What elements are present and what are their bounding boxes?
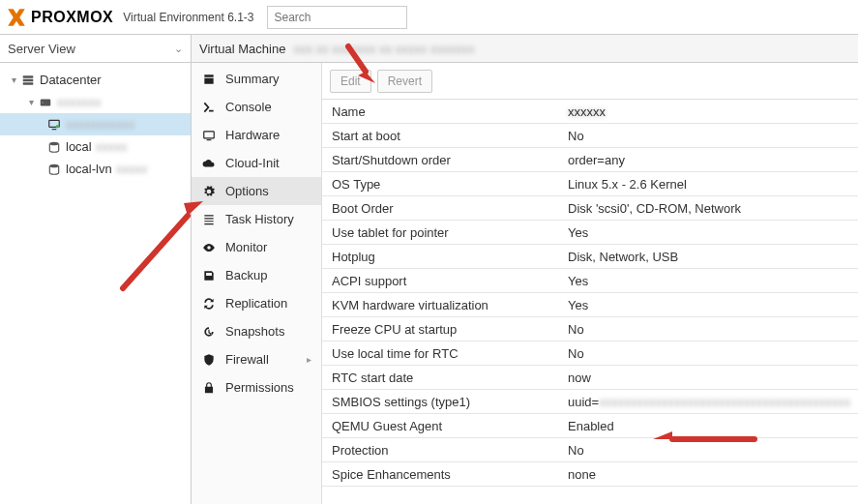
option-key: Hotplug — [322, 250, 562, 264]
tree-label: local-lvn — [66, 162, 112, 176]
version-label: Virtual Environment 6.1-3 — [123, 11, 253, 24]
option-value: No — [562, 443, 584, 458]
tab-label: Cloud-Init — [225, 156, 280, 170]
option-value: Enabled — [562, 419, 614, 433]
option-row[interactable]: OS TypeLinux 5.x - 2.6 Kernel — [322, 172, 858, 196]
tab-console[interactable]: Console — [192, 93, 321, 121]
option-row[interactable]: Boot OrderDisk 'scsi0', CD-ROM, Network — [322, 196, 858, 221]
content-row: Summary Console Hardware Cloud-Init Opti… — [192, 63, 858, 504]
tree-datacenter[interactable]: ▾ Datacenter — [0, 69, 191, 91]
option-key: Use local time for RTC — [322, 346, 562, 361]
svg-point-6 — [49, 141, 58, 145]
option-key: KVM hardware virtualization — [322, 298, 562, 312]
datacenter-icon — [20, 74, 36, 87]
top-bar: PROXMOX Virtual Environment 6.1-3 — [0, 0, 858, 35]
option-row[interactable]: HotplugDisk, Network, USB — [322, 245, 858, 269]
tree-node[interactable]: ▾ xxxxxxx — [0, 91, 191, 113]
gear-icon — [201, 185, 217, 198]
svg-marker-0 — [8, 9, 25, 26]
search-input[interactable] — [267, 6, 407, 29]
chevron-right-icon: ▸ — [307, 354, 311, 365]
tab-label: Replication — [225, 296, 287, 311]
tab-hardware[interactable]: Hardware — [192, 121, 321, 149]
option-value: xxxxxx — [562, 104, 606, 119]
option-row[interactable]: QEMU Guest AgentEnabled — [322, 414, 858, 438]
tab-replication[interactable]: Replication — [192, 289, 321, 317]
tree-storage-local-lvn[interactable]: local-lvnxxxxx — [0, 158, 191, 180]
disk-icon — [46, 140, 62, 154]
option-row[interactable]: Spice Enhancementsnone — [322, 462, 858, 487]
tab-backup[interactable]: Backup — [192, 261, 321, 289]
option-key: RTC start date — [322, 371, 562, 385]
option-key: ACPI support — [322, 274, 562, 288]
option-row[interactable]: RTC start datenow — [322, 366, 858, 390]
tab-snapshots[interactable]: Snapshots — [192, 317, 321, 345]
option-value: now — [562, 371, 591, 385]
svg-point-5 — [56, 125, 60, 129]
option-row[interactable]: Use tablet for pointerYes — [322, 221, 858, 245]
tab-label: Options — [225, 184, 269, 198]
option-key: Boot Order — [322, 201, 562, 216]
option-row[interactable]: KVM hardware virtualizationYes — [322, 293, 858, 317]
option-row[interactable]: SMBIOS settings (type1)uuid=xxxxxxxxxxxx… — [322, 390, 858, 414]
option-row[interactable]: Freeze CPU at startupNo — [322, 317, 858, 341]
vm-title-blur: xxx xx xxxxxxx xx xxxxx xxxxxxx — [293, 42, 474, 56]
option-key: SMBIOS settings (type1) — [322, 395, 562, 409]
list-icon — [201, 213, 217, 226]
tree-label-blur: xxxxxxxxxxx — [66, 117, 135, 132]
option-row[interactable]: ACPI supportYes — [322, 269, 858, 293]
disk-icon — [46, 163, 62, 176]
tab-cloud-init[interactable]: Cloud-Init — [192, 149, 321, 177]
hardware-icon — [201, 129, 217, 142]
eye-icon — [201, 241, 217, 254]
tab-monitor[interactable]: Monitor — [192, 233, 321, 261]
proxmox-logo-icon — [6, 8, 27, 27]
option-value: Disk 'scsi0', CD-ROM, Network — [562, 201, 741, 216]
revert-button[interactable]: Revert — [377, 70, 432, 93]
tab-label: Backup — [225, 268, 267, 282]
tab-summary[interactable]: Summary — [192, 65, 321, 93]
option-row[interactable]: ProtectionNo — [322, 438, 858, 462]
expand-icon: ▾ — [12, 74, 16, 85]
tree-label-blur: xxxxx — [96, 139, 128, 154]
summary-icon — [201, 73, 217, 86]
panel-toolbar: Edit Revert — [322, 63, 858, 100]
option-value: Linux 5.x - 2.6 Kernel — [562, 177, 687, 192]
svg-rect-8 — [204, 131, 215, 137]
option-row[interactable]: Namexxxxxx — [322, 100, 858, 124]
svg-point-2 — [42, 102, 44, 104]
options-grid: NamexxxxxxStart at bootNoStart/Shutdown … — [322, 100, 858, 504]
tab-task-history[interactable]: Task History — [192, 205, 321, 233]
options-panel: Edit Revert NamexxxxxxStart at bootNoSta… — [322, 63, 858, 504]
option-value: No — [562, 322, 584, 337]
edit-button[interactable]: Edit — [330, 70, 371, 93]
option-key: Use tablet for pointer — [322, 225, 562, 240]
option-value: Disk, Network, USB — [562, 250, 678, 264]
tree-vm-selected[interactable]: xxxxxxxxxxx — [0, 113, 191, 135]
tab-firewall[interactable]: Firewall ▸ — [192, 345, 321, 373]
option-key: Freeze CPU at startup — [322, 322, 562, 337]
tab-label: Firewall — [225, 352, 269, 367]
server-icon — [38, 96, 53, 109]
shield-icon — [201, 353, 217, 367]
vm-title-bar: Virtual Machine xxx xx xxxxxxx xx xxxxx … — [192, 35, 858, 63]
option-row[interactable]: Use local time for RTCNo — [322, 341, 858, 366]
main-content: Server View ⌄ ▾ Datacenter ▾ xxxxxxx — [0, 35, 858, 504]
option-value: order=any — [562, 153, 625, 167]
lock-icon — [201, 381, 217, 395]
left-column: Server View ⌄ ▾ Datacenter ▾ xxxxxxx — [0, 35, 192, 504]
tree-storage-local[interactable]: localxxxxx — [0, 135, 191, 158]
option-row[interactable]: Start/Shutdown orderorder=any — [322, 148, 858, 172]
option-row[interactable]: Start at bootNo — [322, 124, 858, 148]
tab-permissions[interactable]: Permissions — [192, 373, 321, 401]
tab-options[interactable]: Options — [192, 177, 321, 205]
tree-label: local — [66, 139, 92, 154]
option-value: Yes — [562, 225, 588, 240]
vm-title-label: Virtual Machine — [199, 42, 285, 56]
tab-label: Task History — [225, 212, 294, 226]
sync-icon — [201, 297, 217, 311]
view-selector[interactable]: Server View ⌄ — [0, 35, 191, 63]
option-value: none — [562, 467, 596, 482]
svg-point-7 — [49, 163, 58, 167]
option-value: Yes — [562, 298, 588, 312]
